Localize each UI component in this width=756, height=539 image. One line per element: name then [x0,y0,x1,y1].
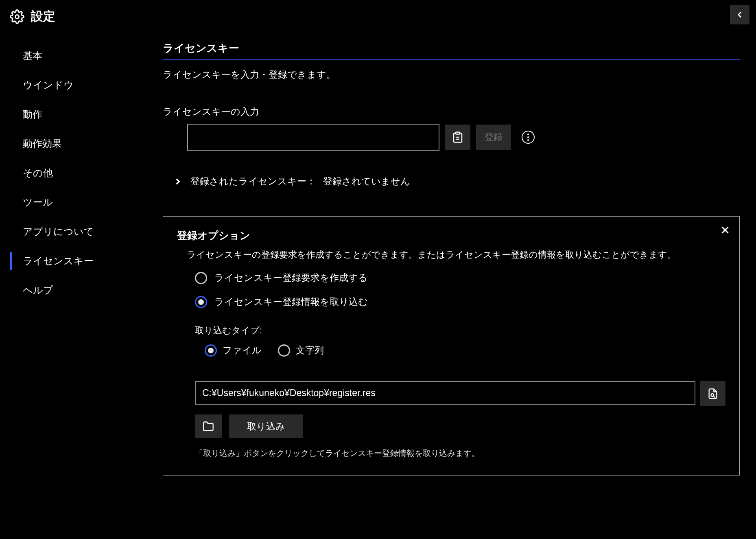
radio-label: ライセンスキー登録情報を取り込む [214,296,368,308]
svg-point-0 [15,15,19,18]
panel-close-button[interactable] [719,224,731,238]
sidebar-item-tools[interactable]: ツール [0,188,155,217]
sidebar-item-effects[interactable]: 動作効果 [0,129,155,158]
sidebar-item-label: 基本 [23,50,42,61]
register-button[interactable]: 登録 [476,125,511,150]
radio-type-string[interactable]: 文字列 [278,344,324,357]
more-icon [527,134,529,141]
sidebar-item-window[interactable]: ウインドウ [0,70,155,100]
import-hint: 「取り込み」ボタンをクリックしてライセンスキー登録情報を取り込みます。 [195,448,725,459]
sidebar-item-label: ツール [23,197,53,208]
import-type-label: 取り込むタイプ: [195,324,725,337]
radio-label: ファイル [223,344,262,357]
import-button[interactable]: 取り込み [229,414,303,438]
section-title: ライセンスキー [163,41,740,60]
content: ライセンスキー ライセンスキーを入力・登録できます。 ライセンスキーの入力 登録 [155,33,756,484]
sidebar-item-license[interactable]: ライセンスキー [0,246,155,276]
paste-button[interactable] [445,125,470,150]
radio-label: ライセンスキー登録要求を作成する [214,272,368,284]
header: 設定 [0,0,756,33]
open-folder-button[interactable] [195,414,222,438]
radio-icon [205,344,217,357]
sidebar-item-label: アプリについて [23,226,94,237]
panel-desc: ライセンスキーの登録要求を作成することができます。またはライセンスキー登録の情報… [187,249,725,261]
sidebar-item-basic[interactable]: 基本 [0,41,155,70]
sidebar-item-label: ヘルプ [23,285,53,296]
radio-icon [195,272,207,284]
register-options-panel: 登録オプション ライセンスキーの登録要求を作成することができます。またはライセン… [163,216,740,475]
sidebar-item-label: 動作 [23,109,42,120]
radio-label: 文字列 [296,344,324,357]
radio-icon [278,344,290,357]
file-search-icon [707,388,719,399]
svg-point-6 [711,394,714,397]
sidebar-item-behavior[interactable]: 動作 [0,100,155,129]
browse-file-button[interactable] [700,381,725,406]
registered-label: 登録されたライセンスキー： [190,175,316,188]
radio-import-info[interactable]: ライセンスキー登録情報を取り込む [195,296,725,308]
registered-value: 登録されていません [323,175,410,188]
chevron-left-icon [734,9,745,20]
svg-line-7 [714,396,715,397]
panel-title: 登録オプション [177,229,725,242]
radio-type-file[interactable]: ファイル [205,344,262,357]
close-icon [719,224,731,236]
radio-icon [195,296,207,308]
sidebar-item-help[interactable]: ヘルプ [0,276,155,305]
sidebar: 基本 ウインドウ 動作 動作効果 その他 ツール アプリについて ライセンスキー… [0,33,155,484]
sidebar-item-label: 動作効果 [23,138,62,149]
sidebar-item-label: ウインドウ [23,79,74,90]
chevron-right-icon [173,176,183,187]
registered-keys-toggle[interactable]: 登録されたライセンスキー： 登録されていません [173,175,740,188]
sidebar-item-about[interactable]: アプリについて [0,217,155,246]
gear-icon [10,9,24,24]
license-key-input[interactable] [187,124,439,151]
folder-icon [203,421,214,432]
file-path-input[interactable] [195,381,695,405]
radio-create-request[interactable]: ライセンスキー登録要求を作成する [195,272,725,284]
info-button[interactable] [522,131,535,144]
sidebar-item-label: ライセンスキー [23,255,94,266]
svg-rect-1 [456,132,460,134]
section-desc: ライセンスキーを入力・登録できます。 [163,68,740,81]
sidebar-item-other[interactable]: その他 [0,158,155,188]
page-title: 設定 [31,8,55,25]
license-input-label: ライセンスキーの入力 [163,105,740,118]
sidebar-item-label: その他 [23,167,53,178]
back-button[interactable] [730,5,749,24]
clipboard-icon [452,131,464,143]
